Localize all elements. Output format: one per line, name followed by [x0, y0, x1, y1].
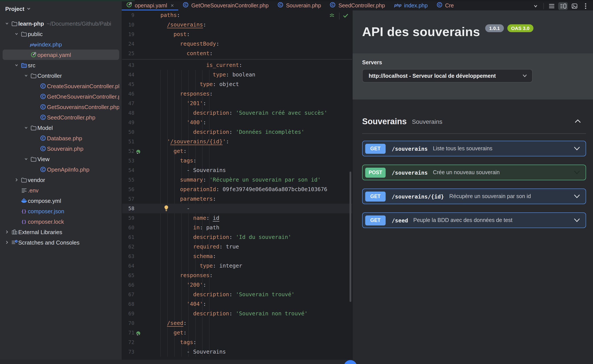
tab-seedcontroller-php[interactable]: CSeedController.php: [325, 1, 389, 10]
tree-item-controller[interactable]: Controller: [3, 70, 119, 81]
line-number[interactable]: 71: [122, 328, 134, 338]
tree-item-composer-json[interactable]: {}composer.json: [3, 206, 119, 216]
line-number[interactable]: 61: [122, 232, 134, 242]
line-number[interactable]: 57: [122, 194, 134, 204]
line-number[interactable]: 66: [122, 280, 134, 290]
chevron-down-icon[interactable]: [3, 21, 10, 26]
line-number[interactable]: 51: [122, 137, 134, 146]
code-line-25: 25 content:: [122, 49, 352, 58]
editor-only-view-icon[interactable]: [547, 2, 556, 10]
code-line-71: 71 get:: [122, 328, 352, 338]
tree-item-src[interactable]: src: [3, 60, 119, 70]
chevron-down-icon[interactable]: [13, 32, 20, 36]
project-panel-header[interactable]: Project: [0, 1, 122, 15]
tree-item-external-libraries[interactable]: External Libraries: [3, 227, 119, 237]
code-line-text: '400':: [160, 119, 206, 125]
line-number[interactable]: 54: [122, 165, 134, 175]
chevron-down-icon[interactable]: [23, 157, 30, 161]
chevron-right-icon[interactable]: [3, 240, 10, 245]
chevron-down-icon[interactable]: [13, 63, 20, 67]
line-number[interactable]: 67: [122, 290, 134, 299]
endpoint-row-post-souverains[interactable]: POST/souverainsCrée un nouveau souverain: [362, 165, 586, 180]
line-number[interactable]: 50: [122, 127, 134, 137]
line-number[interactable]: 46: [122, 89, 134, 99]
tree-item-compose-yml[interactable]: compose.yml: [3, 195, 119, 206]
line-number[interactable]: 48: [122, 108, 134, 118]
endpoint-row-get-souverains-id[interactable]: GET/souverains/{id}Récupère un souverain…: [362, 188, 586, 204]
tree-item-seedcontroller-php[interactable]: CSeedController.php: [3, 112, 119, 123]
line-number[interactable]: 69: [122, 309, 134, 318]
close-tab-icon[interactable]: ×: [171, 2, 174, 9]
chevron-down-icon[interactable]: [23, 125, 30, 130]
tree-item-view[interactable]: View: [3, 154, 119, 164]
line-number[interactable]: 47: [122, 99, 134, 108]
tree-item-model[interactable]: Model: [3, 123, 119, 133]
yaml-editor[interactable]: 9paths:10 /souverains:19 post:24 request…: [122, 10, 352, 360]
tree-item-souverain-php[interactable]: CSouverain.php: [3, 143, 119, 154]
line-number[interactable]: 56: [122, 185, 134, 194]
endpoint-row-get-souverains[interactable]: GET/souverainsListe tous les souverains: [362, 141, 586, 156]
line-number[interactable]: 49: [122, 118, 134, 127]
tab-cre[interactable]: CCre: [432, 1, 458, 10]
chevron-right-icon[interactable]: [13, 178, 20, 182]
line-number[interactable]: 25: [122, 49, 134, 58]
line-number[interactable]: 52: [122, 146, 134, 156]
editor-and-preview-view-icon[interactable]: [558, 2, 568, 10]
tree-item-getonesouveraincontroller-php[interactable]: CGetOneSouverainController.php: [3, 91, 119, 102]
tree-item-env[interactable]: .env: [3, 185, 119, 195]
tree-item-index-php[interactable]: phpindex.php: [3, 39, 119, 50]
line-number[interactable]: 68: [122, 299, 134, 309]
collapse-section-chevron-up-icon[interactable]: [574, 118, 582, 125]
tree-item-vendor[interactable]: vendor: [3, 175, 119, 185]
chevron-right-icon[interactable]: [3, 230, 10, 234]
tab-souverain-php[interactable]: CSouverain.php: [273, 1, 325, 10]
expand-endpoint-chevron-icon[interactable]: [573, 169, 580, 176]
tree-item-public[interactable]: public: [3, 29, 119, 39]
line-number[interactable]: 60: [122, 223, 134, 232]
no-problems-check-icon[interactable]: [343, 12, 349, 20]
line-number[interactable]: 24: [122, 39, 134, 49]
editor-scrollbar[interactable]: [350, 172, 351, 302]
tree-item-createsouveraincontroller-php[interactable]: CCreateSouverainController.php: [3, 81, 119, 91]
tree-item-scratches-and-consoles[interactable]: Scratches and Consoles: [3, 237, 119, 247]
line-number[interactable]: 19: [122, 30, 134, 39]
chevron-down-icon[interactable]: [23, 73, 30, 78]
line-number[interactable]: 64: [122, 261, 134, 271]
line-number[interactable]: 63: [122, 252, 134, 261]
more-options-kebab-icon[interactable]: [581, 2, 590, 10]
tab-overflow-chevron-icon[interactable]: [531, 2, 540, 10]
inspection-highlight-icon[interactable]: [329, 12, 336, 20]
tree-item-database-php[interactable]: CDatabase.php: [3, 133, 119, 143]
line-number[interactable]: 10: [122, 20, 134, 30]
line-number[interactable]: 45: [122, 79, 134, 89]
line-number[interactable]: 55: [122, 175, 134, 185]
tree-item-getsouverainscontroller-php[interactable]: CGetSouverainsController.php: [3, 102, 119, 112]
server-select[interactable]: http://localhost - Serveur local de déve…: [362, 69, 533, 83]
line-number[interactable]: 43: [122, 60, 134, 70]
line-number[interactable]: 73: [122, 347, 134, 357]
line-number[interactable]: 65: [122, 271, 134, 280]
inspection-widget[interactable]: [329, 12, 349, 20]
tab-openapi-yaml[interactable]: openapi.yaml×: [122, 1, 178, 10]
tree-item-learn-php[interactable]: learn-php~/Documents/Github/Pabi: [3, 18, 119, 29]
line-number[interactable]: 72: [122, 338, 134, 347]
expand-endpoint-chevron-icon[interactable]: [573, 192, 580, 200]
line-number[interactable]: 70: [122, 318, 134, 328]
line-number[interactable]: 53: [122, 156, 134, 165]
tree-item-openapi-yaml[interactable]: openapi.yaml: [3, 50, 119, 60]
line-number[interactable]: 9: [122, 10, 134, 20]
api-icon: [126, 2, 132, 9]
line-number[interactable]: 58: [122, 204, 134, 213]
endpoint-row-get-seed[interactable]: GET/seedPeuple la BDD avec des données d…: [362, 212, 586, 228]
line-number[interactable]: 44: [122, 70, 134, 79]
tree-item-openapiinfo-php[interactable]: COpenApiInfo.php: [3, 164, 119, 175]
line-number[interactable]: 59: [122, 213, 134, 223]
tab-getonesouveraincontroller-php[interactable]: CGetOneSouverainController.php: [178, 1, 273, 10]
code-line-55: 55 summary: 'Récupère un souverain par s…: [122, 175, 352, 185]
expand-endpoint-chevron-icon[interactable]: [573, 216, 580, 224]
tab-index-php[interactable]: phpindex.php: [389, 1, 432, 10]
tree-item-composer-lock[interactable]: {}composer.lock: [3, 216, 119, 227]
expand-endpoint-chevron-icon[interactable]: [573, 145, 580, 152]
line-number[interactable]: 62: [122, 242, 134, 252]
preview-only-view-icon[interactable]: [570, 2, 579, 10]
